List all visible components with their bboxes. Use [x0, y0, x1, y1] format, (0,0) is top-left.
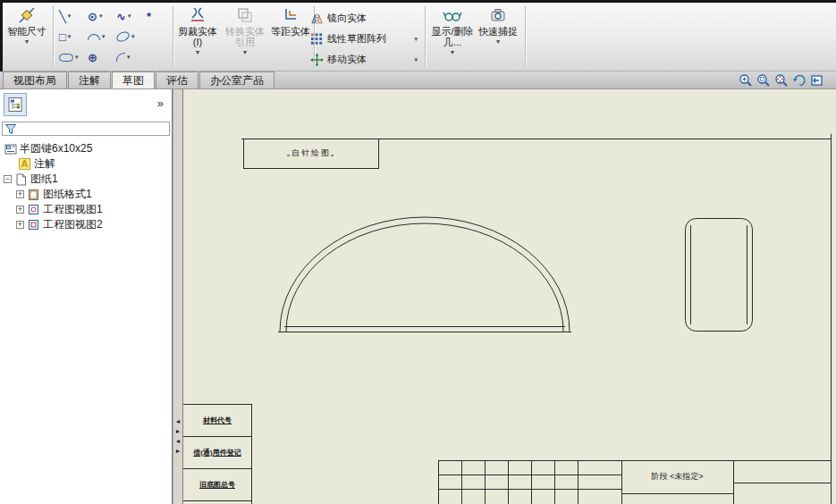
trim-entities-button[interactable]: 剪裁实体(I) ▾ — [176, 4, 219, 70]
key-side-view[interactable] — [686, 219, 753, 332]
slot-tool-button[interactable]: ▾ — [56, 48, 84, 66]
chevron-down-icon[interactable]: ▾ — [75, 54, 79, 61]
chevron-down-icon[interactable]: ▾ — [196, 48, 199, 57]
spline-tool-button[interactable]: ∿ ▾ — [114, 7, 141, 25]
tree-item-label: 图纸格式1 — [43, 187, 92, 202]
quick-snaps-icon — [490, 4, 506, 26]
line-icon: ╲ — [59, 11, 66, 22]
sheet-icon — [14, 173, 28, 186]
splitter-expand-icon[interactable]: ► — [175, 448, 182, 454]
title-block-line — [183, 500, 251, 501]
point-tool-button[interactable]: * — [144, 7, 172, 25]
zoom-in-out-icon[interactable] — [739, 73, 754, 88]
offset-entities-label: 等距实体 — [271, 26, 310, 37]
tree-item-annotations[interactable]: A 注解 — [0, 156, 172, 172]
tab-annotation[interactable]: 注解 — [68, 71, 111, 88]
expand-box-icon[interactable]: + — [16, 206, 24, 214]
splitter-expand-icon[interactable]: ► — [175, 428, 182, 434]
move-entities-button[interactable]: 移动实体 ▾ — [310, 50, 419, 69]
solidworks-window: 智能尺寸 ▾ ╲ ▾ ⊙ ▾ ∿ ▾ * □ ▾ ▾ ▾ — [0, 0, 836, 504]
pattern-tools-group: 镜向实体 线性草图阵列 ▾ — [310, 9, 419, 69]
offset-entities-button[interactable]: 等距实体 — [271, 4, 310, 70]
tab-evaluate[interactable]: 评估 — [156, 71, 198, 88]
expand-box-icon[interactable]: + — [16, 221, 24, 229]
splitter-collapse-icon[interactable]: ◄ — [175, 418, 182, 424]
move-entities-icon — [310, 54, 324, 66]
featuremanager-tab-button[interactable] — [4, 93, 27, 116]
mirror-entities-button[interactable]: 镜向实体 — [310, 9, 419, 28]
feature-manager-panel: » 半圆键6x10x25 — [0, 89, 173, 504]
quick-snaps-button[interactable]: 快速捕捉 ▾ — [478, 4, 518, 70]
tab-office-products[interactable]: 办公室产品 — [199, 71, 274, 88]
side-cell-material-code[interactable]: 材料代号 — [183, 404, 251, 436]
polygon-tool-button[interactable]: ⊕ — [85, 48, 113, 66]
tree-item-drawing-view2[interactable]: + 工程图视图2 — [0, 217, 172, 232]
feature-tree: 半圆键6x10x25 A 注解 − 图纸1 + — [0, 141, 172, 232]
drawing-document-icon — [4, 143, 17, 155]
spline-icon: ∿ — [116, 11, 126, 22]
panel-splitter[interactable]: ◄ ► ◄ ► — [173, 89, 183, 504]
arc-tool-button[interactable]: ▾ — [85, 28, 113, 46]
smart-dimension-button[interactable]: 智能尺寸 ▾ — [6, 4, 47, 70]
tab-view-layout[interactable]: 视图布局 — [3, 71, 67, 88]
chevron-down-icon[interactable]: ▾ — [414, 56, 419, 63]
linear-sketch-pattern-icon — [310, 33, 324, 46]
side-cell-old-drawing-number[interactable]: 旧底图总号 — [183, 468, 251, 500]
collapse-box-icon[interactable]: − — [4, 175, 12, 183]
filter-input[interactable] — [17, 122, 169, 135]
tab-sketch[interactable]: 草图 — [112, 71, 155, 88]
title-block-stage-cell[interactable]: 阶段 <未指定> — [621, 460, 733, 493]
expand-box-icon[interactable]: + — [16, 190, 24, 198]
splitter-collapse-icon[interactable]: ◄ — [175, 438, 182, 444]
linear-sketch-pattern-button[interactable]: 线性草图阵列 ▾ — [310, 29, 419, 48]
tree-item-sheet1[interactable]: − 图纸1 — [0, 172, 172, 187]
splitter-arrows[interactable]: ◄ ► ◄ ► — [173, 418, 182, 454]
zoom-to-fit-icon[interactable] — [774, 73, 790, 88]
ribbon-separator — [425, 6, 426, 67]
chevron-down-icon[interactable]: ▾ — [99, 13, 103, 20]
circle-tool-button[interactable]: ⊙ ▾ — [85, 7, 113, 25]
chevron-down-icon[interactable]: ▾ — [68, 13, 72, 20]
display-delete-relations-label: 显示/删除几... — [430, 26, 475, 47]
linear-sketch-pattern-label: 线性草图阵列 — [327, 32, 386, 46]
title-block-line — [485, 460, 486, 504]
sketch-ribbon: 智能尺寸 ▾ ╲ ▾ ⊙ ▾ ∿ ▾ * □ ▾ ▾ ▾ — [3, 3, 836, 71]
fillet-tool-button[interactable]: ▾ — [114, 48, 141, 66]
tree-item-label: 图纸1 — [30, 172, 58, 187]
title-block-line — [508, 460, 509, 504]
tree-item-drawing-view1[interactable]: + 工程图视图1 — [0, 202, 172, 217]
chevron-down-icon[interactable]: ▾ — [68, 33, 72, 40]
line-tool-button[interactable]: ╲ ▾ — [56, 7, 84, 25]
ellipse-tool-button[interactable]: ▾ — [114, 28, 141, 46]
chevron-down-icon[interactable]: ▾ — [25, 38, 29, 46]
sheet-format-icon — [27, 189, 40, 201]
tree-item-label: 注解 — [34, 156, 55, 172]
display-delete-relations-button[interactable]: 显示/删除几... ▾ — [430, 4, 475, 70]
previous-view-icon[interactable] — [810, 73, 825, 88]
title-block-line — [621, 493, 733, 494]
chevron-down-icon[interactable]: ▾ — [496, 38, 500, 46]
rotate-view-icon[interactable] — [792, 73, 807, 88]
chevron-down-icon[interactable]: ▾ — [128, 13, 131, 20]
arc-icon — [88, 34, 100, 40]
tree-root-item[interactable]: 半圆键6x10x25 — [0, 141, 172, 156]
chevron-down-icon[interactable]: ▾ — [131, 33, 135, 40]
chevron-down-icon[interactable]: ▾ — [102, 33, 106, 40]
title-block-line — [251, 404, 252, 504]
ellipse-icon — [115, 29, 131, 43]
ribbon-separator — [173, 6, 173, 67]
rectangle-icon: □ — [59, 31, 66, 43]
half-round-key-front-view[interactable] — [278, 217, 571, 332]
chevron-down-icon[interactable]: ▾ — [414, 36, 419, 43]
panel-more-tabs-chevron[interactable]: » — [157, 97, 164, 110]
title-block-line — [438, 489, 621, 490]
zoom-to-area-icon[interactable] — [756, 73, 772, 88]
rectangle-tool-button[interactable]: □ ▾ — [56, 28, 84, 46]
tree-item-sheet-format1[interactable]: + 图纸格式1 — [0, 187, 172, 202]
drawing-view-icon — [27, 204, 40, 216]
chevron-down-icon[interactable]: ▾ — [127, 54, 131, 61]
chevron-down-icon[interactable]: ▾ — [451, 48, 454, 57]
side-cell-borrowed-parts[interactable]: 借(通)用件登记 — [183, 436, 251, 468]
drawing-view-icon — [27, 219, 40, 231]
drawing-canvas[interactable]: „自针绘图„ 材料代号 借(通)用件登记 — [183, 89, 836, 504]
